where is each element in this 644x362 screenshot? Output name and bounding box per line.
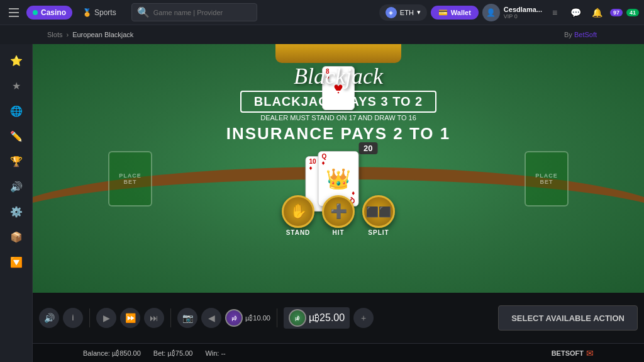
sports-label: Sports bbox=[94, 8, 116, 17]
balance-item: Balance: µ₿850.00 bbox=[83, 349, 141, 357]
score-badge: 20 bbox=[358, 142, 377, 154]
sidebar-item-box[interactable]: 📦 bbox=[5, 225, 28, 248]
back-btn[interactable]: ◀ bbox=[201, 308, 221, 328]
chat-button[interactable]: 💬 bbox=[567, 4, 585, 21]
add-chip-btn[interactable]: + bbox=[353, 308, 374, 328]
sidebar-item-trophy[interactable]: 🏆 bbox=[5, 150, 28, 173]
bet-label: Bet: bbox=[153, 349, 166, 357]
select-action-button[interactable]: SELECT AVAILABLE ACTION bbox=[498, 305, 638, 331]
bottom-bar: Balance: µ₿850.00 Bet: µ₿75.00 Win: -- B… bbox=[33, 343, 644, 362]
sidebar-item-down[interactable]: 🔽 bbox=[5, 251, 28, 273]
card-10-label: 10♦ bbox=[309, 159, 316, 171]
stand-icon: ✋ bbox=[282, 195, 314, 228]
sidebar-item-star[interactable]: ★ bbox=[5, 74, 28, 97]
chip-icon: µ₿ bbox=[225, 309, 243, 327]
blackjack-table: 8♥ ♥ Blackjack BLACKJACK PAYS 3 TO 2 DEA… bbox=[33, 44, 644, 293]
sports-nav-item[interactable]: 🏅 Sports bbox=[76, 6, 123, 20]
win-label: Win: bbox=[205, 349, 219, 357]
bj-dealer-text: DEALER MUST STAND ON 17 AND DRAW TO 16 bbox=[134, 114, 543, 122]
fast-fwd-btn[interactable]: ⏩ bbox=[120, 308, 140, 328]
search-bar: 🔍 bbox=[131, 3, 257, 21]
place-bet-right[interactable]: PLACEBET bbox=[525, 151, 569, 206]
sports-icon: 🏅 bbox=[82, 8, 92, 17]
top-navigation: Casino 🏅 Sports 🔍 ◈ ETH ▾ 💳 Wallet 👤 Ces… bbox=[0, 0, 644, 25]
place-bet-card-left[interactable]: PLACEBET bbox=[108, 151, 152, 206]
breadcrumb-slots[interactable]: Slots bbox=[47, 31, 62, 38]
controls-bar: 🔊 i ▶ ⏩ ⏭ 📷 ◀ µ₿ µ₿10.00 µ₿ µ₿25.00 + SE… bbox=[33, 293, 644, 343]
chip-selector[interactable]: µ₿ µ₿10.00 bbox=[225, 309, 270, 327]
info-btn[interactable]: i bbox=[63, 308, 83, 328]
game-area: 8♥ ♥ Blackjack BLACKJACK PAYS 3 TO 2 DEA… bbox=[33, 44, 644, 362]
split-button[interactable]: ⬛⬛ SPLIT bbox=[362, 195, 395, 236]
current-bet-display: µ₿ µ₿25.00 bbox=[284, 307, 350, 329]
breadcrumb-separator: › bbox=[66, 31, 69, 38]
sidebar-item-games[interactable]: ⭐ bbox=[5, 49, 28, 72]
stand-label: STAND bbox=[286, 229, 311, 236]
by-label: By bbox=[564, 31, 572, 38]
sidebar: ⭐ ★ 🌐 ✏️ 🏆 🔊 ⚙️ 📦 🔽 bbox=[0, 44, 33, 362]
balance-value: µ₿850.00 bbox=[112, 349, 141, 357]
bet-chip-icon: µ₿ bbox=[289, 309, 306, 327]
place-bet-left[interactable]: PLACEBET bbox=[108, 151, 152, 206]
breadcrumb: Slots › European Blackjack By BetSoft bbox=[0, 25, 644, 44]
wallet-icon: 💳 bbox=[438, 8, 448, 17]
split-icon: ⬛⬛ bbox=[362, 195, 395, 228]
badge-1: 97 bbox=[610, 9, 623, 16]
betsoft-logo: BETSOFT bbox=[552, 349, 584, 357]
current-bet-value: µ₿25.00 bbox=[309, 312, 345, 324]
split-label: SPLIT bbox=[368, 229, 389, 236]
eth-label: ETH bbox=[400, 9, 414, 16]
eth-selector[interactable]: ◈ ETH ▾ bbox=[379, 4, 427, 21]
avatar[interactable]: 👤 bbox=[482, 4, 500, 21]
breadcrumb-current: European Blackjack bbox=[72, 31, 133, 38]
hit-button[interactable]: ➕ HIT bbox=[322, 195, 355, 236]
card-q-figure: 👑 bbox=[326, 167, 351, 191]
provider-link[interactable]: BetSoft bbox=[574, 31, 597, 38]
divider-1 bbox=[89, 308, 90, 327]
stand-button[interactable]: ✋ STAND bbox=[282, 195, 314, 236]
divider-2 bbox=[170, 308, 171, 327]
bj-center-text: Blackjack BLACKJACK PAYS 3 TO 2 DEALER M… bbox=[134, 63, 543, 144]
chip-value: µ₿10.00 bbox=[245, 314, 270, 322]
main-layout: ⭐ ★ 🌐 ✏️ 🏆 🔊 ⚙️ 📦 🔽 8♥ ♥ Blackjack bbox=[0, 44, 644, 362]
badge-group: 97 41 bbox=[610, 9, 639, 16]
action-buttons-row: ✋ STAND ➕ HIT ⬛⬛ SPLIT bbox=[282, 195, 395, 236]
sound-toggle-btn[interactable]: 🔊 bbox=[39, 308, 59, 328]
wallet-button[interactable]: 💳 Wallet bbox=[431, 6, 479, 20]
bottom-right: BETSOFT ✉ bbox=[552, 348, 594, 358]
sidebar-item-world[interactable]: 🌐 bbox=[5, 99, 28, 122]
bj-title: Blackjack bbox=[134, 63, 543, 89]
gold-rail bbox=[275, 44, 401, 63]
breadcrumb-provider: By BetSoft bbox=[564, 31, 597, 38]
user-info[interactable]: Cesdlama... VIP 0 bbox=[504, 6, 542, 20]
win-item: Win: -- bbox=[205, 349, 225, 357]
casino-dot bbox=[33, 10, 38, 15]
card-q-label: Q♦ bbox=[322, 154, 327, 166]
hit-label: HIT bbox=[332, 229, 344, 236]
sidebar-item-pen[interactable]: ✏️ bbox=[5, 125, 28, 147]
bj-pays-text: BLACKJACK PAYS 3 TO 2 bbox=[254, 94, 423, 109]
balance-label: Balance: bbox=[83, 349, 110, 357]
casino-label: Casino bbox=[41, 8, 66, 17]
eth-icon: ◈ bbox=[386, 7, 397, 18]
sidebar-item-volume[interactable]: 🔊 bbox=[5, 175, 28, 198]
bj-insurance-text: INSURANCE PAYS 2 TO 1 bbox=[134, 124, 543, 144]
hamburger-menu[interactable] bbox=[5, 4, 23, 21]
search-input[interactable] bbox=[153, 9, 252, 16]
casino-nav-item[interactable]: Casino bbox=[26, 6, 72, 20]
betsoft-dot: ✉ bbox=[586, 348, 594, 358]
select-action-label: SELECT AVAILABLE ACTION bbox=[511, 314, 625, 323]
skip-btn[interactable]: ⏭ bbox=[144, 308, 164, 328]
user-vip: VIP 0 bbox=[504, 13, 542, 20]
eth-dropdown-icon: ▾ bbox=[417, 8, 421, 16]
menu-lines-button[interactable]: ≡ bbox=[546, 4, 564, 21]
bet-value: µ₿75.00 bbox=[168, 349, 193, 357]
place-bet-card-right[interactable]: PLACEBET bbox=[525, 151, 569, 206]
divider-3 bbox=[277, 308, 277, 327]
camera-btn[interactable]: 📷 bbox=[177, 308, 197, 328]
bell-button[interactable]: 🔔 bbox=[589, 4, 606, 21]
badge-item-1: 97 bbox=[610, 9, 623, 16]
badge-item-2: 41 bbox=[626, 9, 639, 16]
play-btn[interactable]: ▶ bbox=[96, 308, 116, 328]
sidebar-item-settings[interactable]: ⚙️ bbox=[5, 200, 28, 223]
